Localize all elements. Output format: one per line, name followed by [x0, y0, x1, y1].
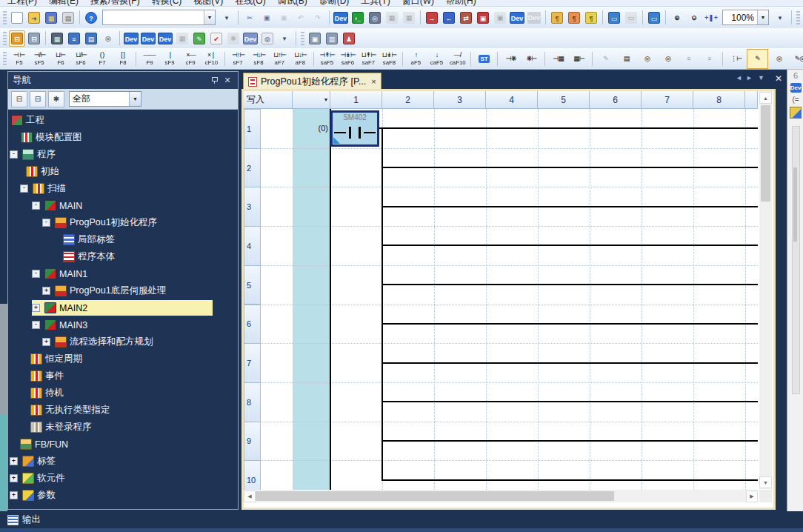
device-monitor-2-button[interactable]: Dev: [526, 10, 542, 26]
close-contact-button[interactable]: ⊣/⊢sF5: [30, 50, 50, 68]
label-edit-button[interactable]: ✎: [191, 30, 207, 47]
tab-close-icon[interactable]: ×: [371, 77, 376, 86]
rising-pulse-branch-button[interactable]: ⊔↑⊢aF7: [270, 50, 290, 68]
panel-scrollbar-thumb[interactable]: [793, 167, 797, 242]
cut-button[interactable]: ✂: [241, 10, 258, 26]
tree-expander[interactable]: -: [32, 202, 40, 210]
tree-item-parameter[interactable]: + 参数: [8, 487, 238, 504]
write-to-plc-button[interactable]: →: [424, 10, 440, 26]
tree-item-event[interactable]: 事件: [8, 368, 238, 385]
row-header-9[interactable]: 9: [244, 422, 261, 462]
tree-item-fixed-cycle[interactable]: 恒定周期: [8, 350, 238, 368]
monitor-window-2-button[interactable]: ▭: [623, 10, 639, 26]
copy-button[interactable]: ▣: [259, 10, 275, 26]
device-list-button[interactable]: ▤: [83, 30, 99, 47]
program-list-button[interactable]: ≡: [66, 30, 82, 47]
tree-expander[interactable]: +: [10, 491, 18, 499]
toolbar2-overflow-button[interactable]: ▾: [276, 30, 293, 47]
tree-item-main[interactable]: - MAIN: [8, 197, 238, 214]
tree-item-main2[interactable]: + MAIN2: [8, 299, 238, 316]
tree-item-process-recipe[interactable]: + 流程选择和配方规划: [8, 333, 238, 350]
column-header-2[interactable]: 2: [382, 91, 434, 109]
tree-item-progpou1-servo[interactable]: + ProgPou1底层伺服处理: [8, 282, 238, 299]
panel-scrollbar[interactable]: [792, 126, 800, 394]
rising-pulse-button[interactable]: ⊣↑⊢sF7: [228, 50, 248, 68]
vertical-scrollbar-thumb[interactable]: [761, 105, 770, 202]
folder-chip-icon[interactable]: [790, 107, 802, 119]
tree-expander[interactable]: -: [10, 150, 18, 159]
user-management-button[interactable]: ♟: [341, 30, 357, 47]
device-initial-value-button[interactable]: Dev: [157, 30, 173, 47]
header-dropdown-icon[interactable]: ▾: [324, 96, 327, 103]
row-header-4[interactable]: 4: [244, 226, 261, 266]
menu-edit[interactable]: 编辑(E): [49, 0, 79, 7]
navigation-close-icon[interactable]: ✕: [221, 76, 233, 85]
window-tile-button[interactable]: ▥: [324, 30, 340, 47]
chevron-down-icon[interactable]: ▼: [204, 10, 215, 24]
delete-horizontal-line-button[interactable]: ×—cF9: [181, 50, 201, 68]
read-from-plc-button[interactable]: ←: [441, 10, 457, 26]
toolbar-grip[interactable]: [3, 32, 7, 45]
scroll-tabs-right-icon[interactable]: ►: [746, 74, 753, 82]
menu-tool[interactable]: 工具(T): [361, 0, 390, 7]
menu-search-replace[interactable]: 搜索/替换(F): [90, 0, 140, 7]
device-watch-button[interactable]: Dev: [242, 30, 259, 47]
toolbar-grip[interactable]: [3, 11, 7, 24]
step-column-header[interactable]: ▾: [293, 91, 330, 109]
tree-item-progpou1-init[interactable]: - ProgPou1初始化程序: [8, 214, 238, 231]
column-header-5[interactable]: 5: [538, 91, 590, 109]
zoom-out-button[interactable]: ⊖: [686, 10, 702, 26]
open-contact-button[interactable]: ⊣ ⊢F5: [9, 50, 29, 68]
connection-destination-button[interactable]: ⊟: [26, 30, 42, 47]
pulse-conversion-close-button[interactable]: ↓caF5: [427, 50, 447, 68]
device-chip-icon[interactable]: Dev: [790, 83, 802, 93]
monitor-status-button[interactable]: ▣: [475, 10, 491, 26]
tree-item-device[interactable]: + 软元件: [8, 470, 238, 487]
tree-item-local-label[interactable]: 局部标签: [8, 231, 238, 248]
open-file-button[interactable]: ➜: [26, 10, 42, 26]
scroll-right-icon[interactable]: ▶: [746, 491, 758, 502]
column-header-6[interactable]: 6: [590, 91, 642, 109]
menu-window[interactable]: 窗口(W): [402, 0, 434, 7]
tree-item-program[interactable]: - 程序: [8, 146, 238, 163]
undo-button[interactable]: ↶: [293, 10, 309, 26]
device-jump-button[interactable]: ◎: [769, 50, 789, 68]
menu-project[interactable]: 工程(P): [7, 0, 37, 7]
window-cascade-button[interactable]: ▣: [307, 30, 323, 47]
tree-item-unregistered[interactable]: 未登录程序: [8, 419, 238, 436]
toolbar-grip[interactable]: [301, 32, 304, 45]
column-header-3[interactable]: 3: [434, 91, 486, 109]
scroll-tabs-left-icon[interactable]: ◄: [736, 74, 742, 82]
falling-pulse-branch-button[interactable]: ⊔↓⊢aF8: [290, 50, 310, 68]
search-combobox[interactable]: ▼: [102, 10, 216, 25]
watch-window-button[interactable]: ▭: [646, 10, 662, 26]
tree-item-module-config[interactable]: 模块配置图: [8, 129, 238, 146]
row-header-3[interactable]: 3: [244, 187, 261, 227]
chevron-down-icon[interactable]: ▼: [129, 92, 141, 106]
toolbar-button-disabled-2[interactable]: ▦: [401, 10, 417, 26]
output-tab[interactable]: 输出: [22, 513, 41, 526]
comment-edit-button[interactable]: ¶: [583, 10, 599, 26]
tab-progpou1-init[interactable]: ProgPou1初始化程序 [P... ×: [243, 73, 381, 90]
monitor-window-button[interactable]: ▭: [606, 10, 622, 26]
close-branch-button[interactable]: ⊔/⊢sF6: [71, 50, 91, 68]
menu-debug[interactable]: 调试(B): [278, 0, 307, 7]
tree-item-label[interactable]: + 标签: [8, 453, 238, 470]
navigation-window-button[interactable]: ⊟: [9, 30, 25, 47]
coil-button[interactable]: ( )F7: [92, 50, 112, 68]
invert-result-button[interactable]: —/caF10: [447, 50, 467, 68]
row-header-7[interactable]: 7: [244, 343, 261, 383]
vertical-line-button[interactable]: ❘sF9: [160, 50, 180, 68]
statement-edit-button[interactable]: ¶: [549, 10, 565, 26]
tree-expander[interactable]: -: [32, 321, 40, 329]
horizontal-scrollbar-thumb[interactable]: [256, 491, 614, 501]
help-button[interactable]: ?: [83, 10, 99, 26]
menu-convert[interactable]: 转换(C): [152, 0, 182, 7]
ladder-contact-sm402[interactable]: SM402: [330, 110, 379, 147]
row-header-8[interactable]: 8: [244, 382, 261, 422]
column-header-4[interactable]: 4: [486, 91, 538, 109]
device-find-button[interactable]: ◎: [259, 30, 276, 47]
align-right-button[interactable]: ≡: [699, 50, 719, 68]
falling-pulse-close-button[interactable]: ⊣↡⊢saF6: [338, 50, 358, 68]
module-configuration-button[interactable]: ▦: [49, 30, 65, 47]
